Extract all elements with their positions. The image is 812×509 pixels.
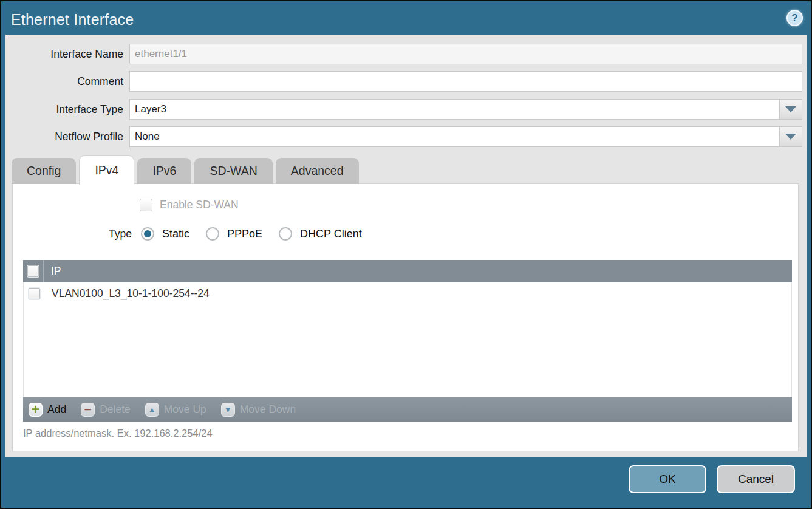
type-option-pppoe[interactable]: PPPoE (206, 227, 262, 241)
comment-label: Comment (10, 71, 129, 92)
enable-sdwan-row: Enable SD-WAN (140, 199, 239, 211)
radio-pppoe[interactable] (206, 227, 219, 241)
radio-dhcp-client[interactable] (279, 227, 292, 241)
cancel-button[interactable]: Cancel (717, 465, 795, 493)
move-down-button-label: Move Down (240, 403, 296, 416)
dialog-body: Interface Name ethernet1/1 Comment Inter… (5, 35, 807, 457)
chevron-down-icon (785, 134, 796, 140)
type-label: Type (109, 228, 132, 241)
comment-row: Comment (10, 71, 802, 92)
netflow-profile-value[interactable]: None (129, 126, 780, 147)
ip-column-header: IP (44, 265, 61, 278)
plus-icon: + (29, 403, 43, 417)
tab-bar: Config IPv4 IPv6 SD-WAN Advanced (12, 155, 359, 184)
table-row[interactable]: VLAN0100_L3_10-1-100-254--24 (24, 282, 791, 305)
ip-table-body: VLAN0100_L3_10-1-100-254--24 (23, 282, 792, 397)
tab-ipv4[interactable]: IPv4 (79, 155, 134, 185)
header-checkbox-cell (23, 260, 44, 282)
interface-type-dropdown-button[interactable] (780, 99, 802, 120)
tab-sd-wan[interactable]: SD-WAN (194, 158, 272, 184)
interface-type-label: Interface Type (10, 99, 129, 120)
interface-name-label: Interface Name (10, 44, 129, 64)
ip-format-hint: IP address/netmask. Ex. 192.168.2.254/24 (23, 428, 213, 439)
row-checkbox-cell (24, 282, 44, 305)
dialog-titlebar: Ethernet Interface ? (1, 1, 811, 35)
chevron-down-icon (785, 106, 796, 112)
interface-name-row: Interface Name ethernet1/1 (10, 44, 802, 64)
enable-sdwan-label: Enable SD-WAN (160, 199, 239, 211)
move-down-button: ▼ Move Down (221, 403, 296, 417)
interface-type-value[interactable]: Layer3 (129, 99, 780, 120)
netflow-profile-label: Netflow Profile (10, 126, 129, 147)
radio-pppoe-label: PPPoE (227, 228, 262, 241)
interface-name-field: ethernet1/1 (129, 44, 802, 64)
screen: Ethernet Interface ? Interface Name ethe… (0, 0, 812, 509)
ip-table-header: IP (23, 260, 792, 282)
tab-ipv6[interactable]: IPv6 (137, 158, 191, 184)
minus-icon: − (81, 403, 95, 417)
radio-static-label: Static (162, 228, 189, 241)
ethernet-interface-dialog: Ethernet Interface ? Interface Name ethe… (1, 1, 811, 508)
add-button-label: Add (47, 403, 66, 416)
radio-static[interactable] (141, 227, 154, 241)
delete-button-label: Delete (100, 403, 131, 416)
netflow-profile-dropdown-button[interactable] (780, 126, 802, 147)
interface-type-row: Interface Type Layer3 (10, 99, 802, 120)
row-checkbox[interactable] (28, 287, 41, 300)
ip-cell: VLAN0100_L3_10-1-100-254--24 (44, 287, 210, 300)
add-button[interactable]: + Add (29, 403, 66, 417)
netflow-profile-row: Netflow Profile None (10, 126, 802, 147)
tab-config[interactable]: Config (12, 158, 76, 184)
arrow-up-icon: ▲ (145, 403, 159, 417)
delete-button: − Delete (81, 403, 131, 417)
question-glyph: ? (791, 13, 797, 23)
ip-table: IP VLAN0100_L3_10-1-100-254--24 + (23, 260, 792, 422)
move-up-button: ▲ Move Up (145, 403, 206, 417)
help-icon[interactable]: ? (786, 10, 803, 26)
radio-dhcp-client-label: DHCP Client (300, 228, 362, 241)
type-radio-group: Type Static PPPoE DHCP Client (109, 226, 378, 242)
ok-button[interactable]: OK (629, 465, 706, 493)
select-all-checkbox[interactable] (27, 265, 39, 278)
enable-sdwan-checkbox (140, 199, 152, 211)
type-option-static[interactable]: Static (141, 227, 189, 241)
move-up-button-label: Move Up (164, 403, 206, 416)
table-toolbar: + Add − Delete ▲ Move Up ▼ (23, 397, 792, 422)
tab-advanced[interactable]: Advanced (276, 158, 359, 184)
arrow-down-icon: ▼ (221, 403, 235, 417)
dialog-title: Ethernet Interface (11, 11, 134, 29)
type-option-dhcp-client[interactable]: DHCP Client (279, 227, 362, 241)
comment-input[interactable] (129, 71, 802, 92)
ipv4-tab-panel: Enable SD-WAN Type Static PPPoE DHCP Cli… (12, 183, 799, 451)
